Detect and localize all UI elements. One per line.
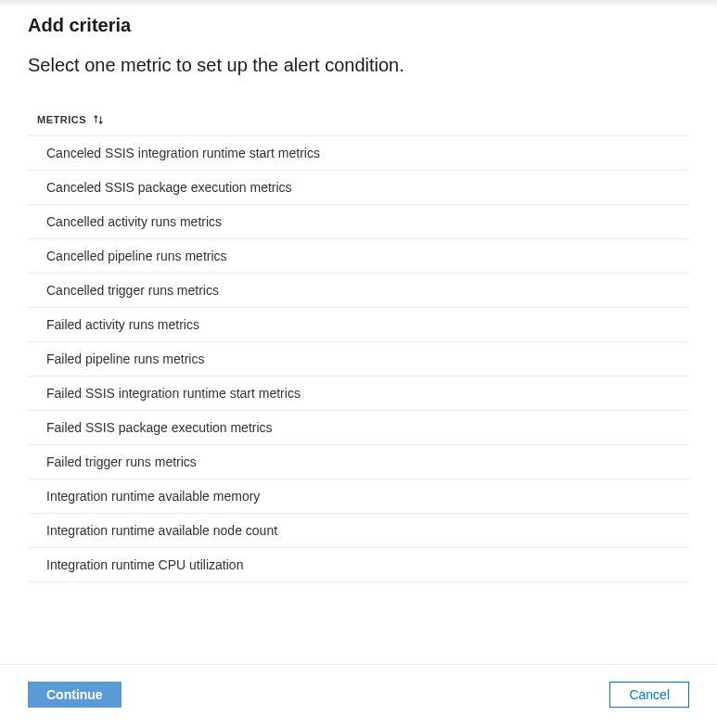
metrics-list[interactable]: Canceled SSIS integration runtime start … — [28, 135, 689, 664]
cancel-button[interactable]: Cancel — [609, 682, 689, 708]
metric-row[interactable]: Failed activity runs metrics — [28, 308, 689, 342]
metrics-header-label: Metrics — [37, 114, 86, 125]
panel-subtitle: Select one metric to set up the alert co… — [28, 55, 689, 76]
panel-content: Add criteria Select one metric to set up… — [0, 7, 717, 664]
metric-row[interactable]: Integration runtime CPU utilization — [28, 548, 689, 582]
metric-row[interactable]: Failed SSIS integration runtime start me… — [28, 377, 689, 411]
metric-row[interactable]: Canceled SSIS integration runtime start … — [28, 136, 689, 171]
metric-row[interactable]: Cancelled trigger runs metrics — [28, 274, 689, 308]
panel-footer: Continue Cancel — [0, 664, 717, 728]
panel-title: Add criteria — [28, 15, 689, 36]
sort-icon — [92, 113, 105, 126]
metric-row[interactable]: Failed SSIS package execution metrics — [28, 411, 689, 445]
metrics-list-wrapper: Canceled SSIS integration runtime start … — [28, 135, 689, 664]
continue-button[interactable]: Continue — [28, 682, 122, 708]
metric-row[interactable]: Canceled SSIS package execution metrics — [28, 171, 689, 205]
metric-row[interactable]: Integration runtime available node count — [28, 514, 689, 548]
metric-row[interactable]: Cancelled pipeline runs metrics — [28, 239, 689, 274]
metric-row[interactable]: Failed trigger runs metrics — [28, 445, 689, 479]
metrics-column-header[interactable]: Metrics — [28, 113, 689, 135]
metric-row[interactable]: Failed pipeline runs metrics — [28, 342, 689, 377]
metric-row[interactable]: Integration runtime available memory — [28, 479, 689, 514]
top-shadow — [0, 0, 717, 7]
metric-row[interactable]: Cancelled activity runs metrics — [28, 205, 689, 239]
